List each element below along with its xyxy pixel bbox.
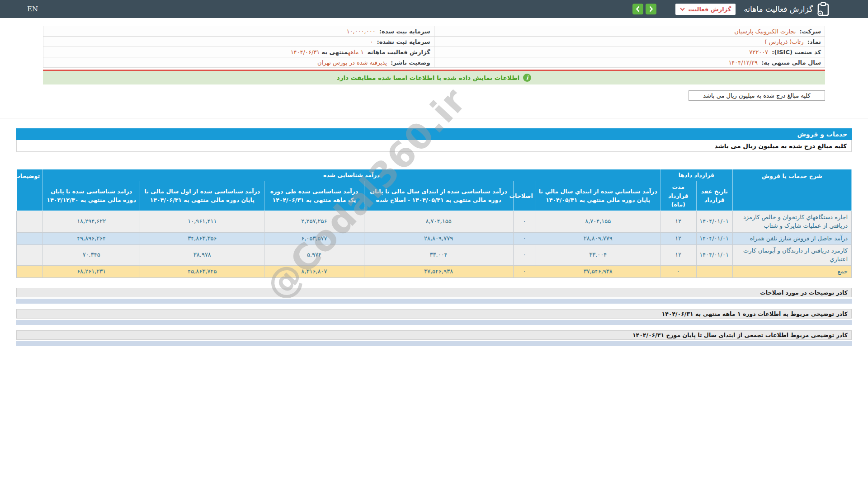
col-header-notes: توضیحات (17, 169, 43, 211)
table-row-pos-rental: اجاره دستگاههاي کارتخوان و خالص کارمزد د… (17, 211, 852, 232)
info-row: نماد: رتاپ( ذرپارس ) سرمایه ثبت نشده: ۰ (43, 37, 825, 47)
col-header-adjustments: اصلاحات (513, 181, 536, 211)
footer-group-monthly: کادر توضیحی مربوط به اطلاعات دوره ۱ ماهه… (16, 309, 852, 325)
col-header-rev-to-0531-adjusted: درآمد شناساسی شده از ابتدای سال مالی تا … (364, 181, 513, 211)
monthly-activity-report-page: گزارش فعالیت ماهانه گزارش فعالیت EN (0, 0, 868, 488)
col-group-revenue: درآمد شناسایی شده (43, 169, 660, 181)
table-group-header-row: شرح خدمات یا فروش قرارداد دادها درآمد شن… (17, 169, 852, 181)
col-header-rev-to-0531: درآمد شناسايي شده از ابتداي سال مالي تا … (536, 181, 660, 211)
col-header-description: شرح خدمات یا فروش (732, 169, 851, 211)
symbol-value: رتاپ( ذرپارس ) (764, 38, 805, 45)
info-row: شرکت: تجارت الکترونیک پارسیان سرمایه ثبت… (43, 26, 825, 37)
info-icon: i (523, 74, 531, 82)
section-amounts-note: کلیه مبالغ درج شده به میلیون ریال می باش… (16, 140, 852, 152)
report-type-dropdown[interactable]: گزارش فعالیت (675, 4, 736, 15)
col-header-rev-prev-year: درامد شناساسی شده تا پایان دوره مالي منت… (43, 181, 140, 211)
clipboard-check-icon (817, 2, 829, 16)
report-period-highlight: ۱ ماهه (348, 49, 366, 56)
language-switch-en[interactable]: EN (27, 5, 38, 13)
col-header-contract-duration: مدت قرارداد (ماه) (660, 181, 696, 211)
report-period-mid: منتهی به (321, 49, 348, 56)
report-nav (632, 4, 656, 14)
prev-report-button[interactable] (632, 4, 643, 14)
chevron-right-icon (649, 6, 653, 12)
page-title: گزارش فعالیت ماهانه (744, 5, 813, 14)
footer-group-cumulative: کادر توضیحی مربوط اطلاعات تجمعی از ابتدا… (16, 330, 852, 346)
footer-input-cumulative[interactable] (16, 341, 852, 346)
report-period-date: ۱۴۰۴/۰۶/۳۱ (291, 49, 322, 56)
issuer-status-label: وضعیت ناشر: (391, 59, 430, 66)
amounts-unit-note-box: کلیه مبالغ درج شده به میلیون ریال می باش… (689, 90, 825, 101)
chevron-down-icon (680, 8, 685, 11)
fiscal-year-label: سال مالی منتهی به: (761, 59, 821, 66)
isic-value: ۷۲۲۰۰۷ (749, 49, 770, 56)
report-period-prefix: گزارش فعالیت ماهانه (368, 49, 430, 56)
table-sub-header-row: تاریخ عقد قرارداد مدت قرارداد (ماه) درآم… (17, 181, 852, 211)
next-report-button[interactable] (646, 4, 656, 14)
unregistered-capital-label: سرمایه ثبت نشده: (377, 38, 430, 45)
company-value: تجارت الکترونیک پارسیان (734, 28, 797, 35)
signature-match-banner: i اطلاعات نمایش داده شده با اطلاعات امضا… (43, 71, 825, 84)
footer-bar-adjustments: کادر توضیحات در مورد اصلاحات (16, 288, 852, 297)
symbol-label: نماد: (807, 38, 821, 45)
table-row-mobile-topup: درآمد حاصل از فروش شارژ تلفن همراه ۱۴۰۴/… (17, 232, 852, 244)
fiscal-year-value: ۱۴۰۴/۱۲/۲۹ (728, 59, 760, 66)
company-info-table: شرکت: تجارت الکترونیک پارسیان سرمایه ثبت… (43, 26, 825, 68)
report-type-label: گزارش فعالیت (689, 6, 731, 13)
section-header-services-sales: خدمات و فروش (16, 128, 852, 140)
table-row-credit-card-fees: کارمزد دریافتي از دارندگان و آبونمان کار… (17, 244, 852, 265)
footer-bar-cumulative: کادر توضیحی مربوط اطلاعات تجمعی از ابتدا… (16, 330, 852, 340)
col-group-contract: قرارداد دادها (660, 169, 732, 181)
signature-match-text: اطلاعات نمایش داده شده با اطلاعات امضا ش… (337, 74, 520, 81)
info-row: سال مالی منتهی به: ۱۴۰۴/۱۲/۲۹ وضعیت ناشر… (43, 57, 825, 68)
services-sales-table: شرح خدمات یا فروش قرارداد دادها درآمد شن… (16, 169, 852, 278)
registered-capital-label: سرمایه ثبت شده: (379, 28, 430, 35)
footer-input-monthly[interactable] (16, 320, 852, 325)
footer-bar-monthly: کادر توضیحی مربوط به اطلاعات دوره ۱ ماهه… (16, 309, 852, 319)
col-header-contract-date: تاریخ عقد قرارداد (696, 181, 732, 211)
issuer-status-value: پذیرفته شده در بورس تهران (317, 59, 389, 66)
col-header-rev-month: درآمد شناساسی شده طی دوره یک ماهه منتهی … (264, 181, 364, 211)
company-label: شرکت: (800, 28, 821, 35)
col-header-rev-ytd: درآمد شناساسی شده از اول سال مالی تا پای… (140, 181, 264, 211)
table-row-total: جمع ۰ ۳۷,۵۴۶,۹۳۸ ۰ ۳۷,۵۴۶,۹۳۸ ۸,۳۱۶,۸۰۷ … (17, 265, 852, 277)
chevron-left-icon (636, 6, 640, 12)
section-divider (0, 118, 868, 118)
isic-label: کد صنعت (ISIC): (772, 49, 821, 56)
topbar: گزارش فعالیت ماهانه گزارش فعالیت EN (0, 0, 868, 18)
footer-group-adjustments: کادر توضیحات در مورد اصلاحات (16, 288, 852, 304)
registered-capital-value: ۱۰,۰۰۰,۰۰۰ (347, 28, 377, 35)
footer-input-adjustments[interactable] (16, 299, 852, 304)
unregistered-capital-value: ۰ (370, 38, 375, 45)
info-row: کد صنعت (ISIC): ۷۲۲۰۰۷ گزارش فعالیت ماها… (43, 47, 825, 57)
